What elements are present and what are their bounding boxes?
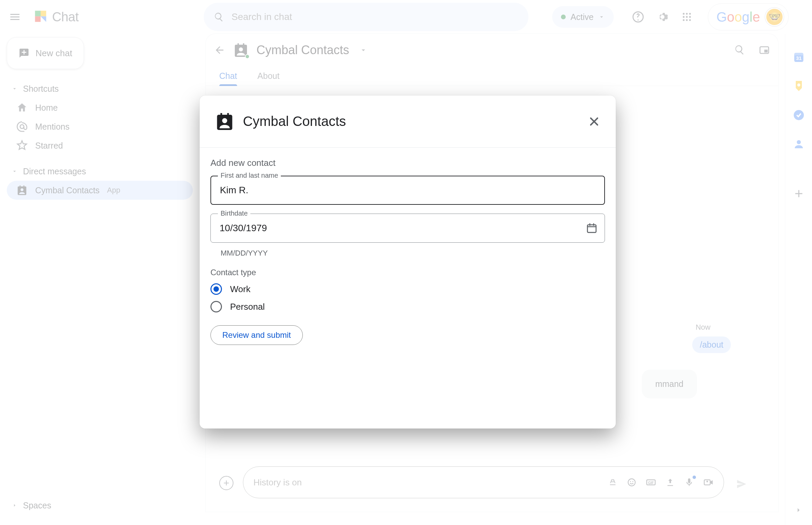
svg-point-36 — [222, 118, 227, 123]
birthdate-helper: MM/DD/YYYY — [220, 249, 605, 258]
name-field-label: First and last name — [218, 171, 281, 179]
close-icon[interactable] — [587, 115, 601, 128]
svg-rect-37 — [220, 113, 222, 117]
dialog-subtitle: Add new contact — [211, 158, 605, 168]
birthdate-field-label: Birthdate — [218, 210, 250, 217]
svg-rect-40 — [589, 223, 591, 226]
dialog-app-icon — [215, 111, 235, 132]
contact-type-label: Contact type — [211, 268, 605, 277]
radio-work-control[interactable] — [211, 283, 222, 295]
svg-rect-39 — [587, 225, 596, 232]
name-input[interactable] — [211, 176, 605, 205]
review-submit-button[interactable]: Review and submit — [211, 325, 303, 345]
name-field-wrap: First and last name — [211, 176, 605, 205]
radio-work-label: Work — [230, 284, 250, 295]
birthdate-field-wrap: Birthdate — [211, 214, 605, 243]
svg-rect-41 — [593, 223, 594, 226]
svg-rect-38 — [227, 113, 229, 117]
dialog-title: Cymbal Contacts — [243, 114, 346, 129]
radio-personal-label: Personal — [230, 302, 265, 312]
radio-personal-control[interactable] — [211, 301, 222, 312]
dialog-body: Add new contact First and last name Birt… — [200, 148, 616, 429]
birthdate-input[interactable] — [211, 214, 605, 243]
radio-personal[interactable]: Personal — [211, 301, 605, 312]
dialog-header: Cymbal Contacts — [200, 95, 616, 148]
radio-work[interactable]: Work — [211, 283, 605, 295]
calendar-picker-icon[interactable] — [586, 222, 597, 234]
dialog-add-contact: Cymbal Contacts Add new contact First an… — [200, 95, 616, 429]
contacts-app-icon — [215, 111, 235, 132]
